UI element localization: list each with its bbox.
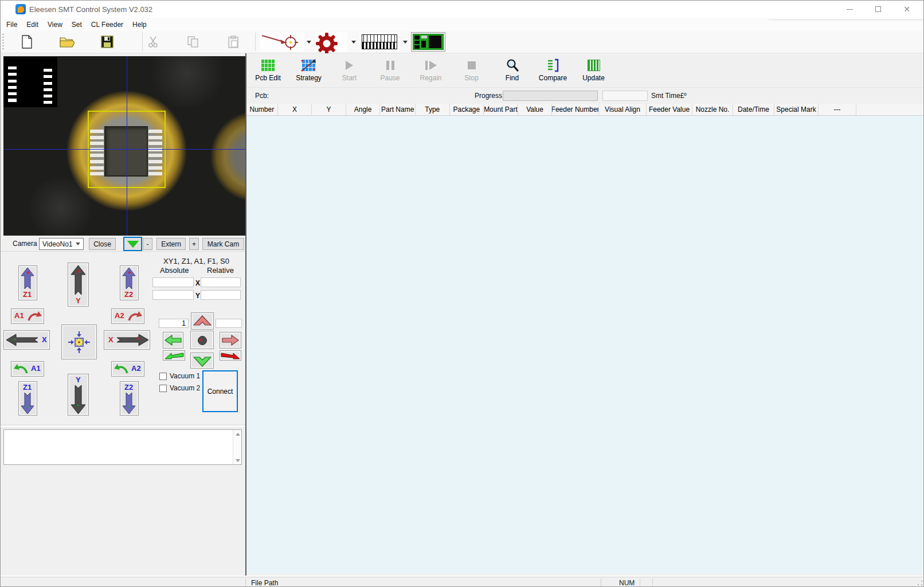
extern-button[interactable]: Extern (156, 238, 186, 250)
column-header-type[interactable]: Type (416, 104, 450, 115)
scroll-up-button[interactable] (233, 430, 242, 438)
column-header-angle[interactable]: Angle (346, 104, 381, 115)
open-file-button[interactable] (57, 33, 77, 51)
zoom-out-button[interactable]: - (143, 238, 152, 250)
log-listbox[interactable] (3, 429, 242, 465)
aux-input[interactable] (216, 319, 242, 328)
column-header-mount-part[interactable]: Mount Part (484, 104, 518, 115)
move-down-button[interactable] (190, 353, 214, 369)
vacuum1-checkbox[interactable] (159, 373, 167, 380)
column-header-special-mark[interactable]: Special Mark (774, 104, 819, 115)
settings-tool-button[interactable] (315, 32, 347, 52)
move-up-button[interactable] (191, 312, 214, 330)
vacuum2-checkbox-row[interactable]: Vacuum 2 (159, 384, 200, 392)
listbox-scrollbar[interactable] (233, 430, 241, 464)
horizontal-splitter[interactable] (1, 425, 245, 428)
camera-close-button[interactable]: Close (89, 238, 116, 250)
feeder-tool-dropdown[interactable] (401, 33, 409, 51)
jog-x-plus-button[interactable]: X + (104, 330, 150, 350)
jog-y-down-button[interactable]: Y - (68, 374, 89, 416)
jog-y-up-button[interactable]: + Y (68, 263, 89, 307)
vacuum1-checkbox-row[interactable]: Vacuum 1 (159, 372, 200, 380)
maximize-button[interactable] (865, 1, 891, 18)
camera-view[interactable] (3, 56, 245, 237)
pcb-status-row: Pcb: Progress Smt Time£º (246, 88, 924, 104)
move-right-fast-button[interactable] (220, 350, 241, 361)
regain-button[interactable]: Regain (410, 56, 451, 87)
mark-cam-button[interactable]: Mark Cam (202, 238, 244, 250)
absolute-x-input[interactable] (152, 277, 194, 287)
find-button[interactable]: Find (492, 56, 533, 87)
column-header-x[interactable]: X (278, 104, 312, 115)
paste-button[interactable] (223, 33, 244, 51)
feeder-tool-button[interactable] (359, 32, 400, 52)
toolbar-gripper[interactable] (2, 34, 4, 50)
column-header-y[interactable]: Y (312, 104, 346, 115)
menu-cl-feeder[interactable]: CL Feeder (87, 18, 128, 31)
column-header-visual-align[interactable]: Visual Align (599, 104, 647, 115)
mark-locate-tool-button[interactable] (260, 32, 304, 52)
absolute-y-input[interactable] (152, 290, 194, 300)
column-header-number[interactable]: Number (246, 104, 278, 115)
find-icon (506, 57, 519, 73)
column-header-feeder-number[interactable]: Feeder Number (552, 104, 598, 115)
column-header--[interactable]: --- (819, 104, 856, 115)
column-header-package[interactable]: Package (450, 104, 484, 115)
menu-view[interactable]: View (43, 18, 67, 31)
jog-home-button[interactable] (61, 324, 97, 359)
menu-file[interactable]: File (2, 18, 22, 31)
copy-button[interactable] (183, 33, 203, 51)
pcb-tool-button[interactable] (411, 32, 445, 52)
stop-point-button[interactable] (190, 331, 214, 349)
pause-button[interactable]: Pause (370, 56, 410, 87)
move-right-button[interactable] (220, 332, 241, 349)
strategy-button[interactable]: Strategy (288, 56, 329, 87)
save-button[interactable] (97, 33, 118, 51)
new-file-button[interactable] (17, 33, 37, 51)
menu-help[interactable]: Help (128, 18, 151, 31)
mark-tool-dropdown[interactable] (305, 33, 313, 51)
scroll-down-button[interactable] (233, 456, 242, 464)
start-button[interactable]: Start (329, 56, 370, 87)
move-left-fast-button[interactable] (163, 350, 185, 361)
table-body[interactable] (246, 116, 924, 574)
jog-a1-cw-button[interactable]: A1 (11, 308, 44, 324)
zoom-in-button[interactable]: + (189, 238, 199, 250)
relative-y-input[interactable] (201, 290, 241, 300)
jog-x-minus-button[interactable]: - X (3, 330, 50, 350)
column-header-value[interactable]: Value (518, 104, 553, 115)
column-header-nozzle-no-[interactable]: Nozzle No. (692, 104, 734, 115)
pcb-edit-button[interactable]: Pcb Edit (248, 56, 288, 87)
column-header-part-name[interactable]: Part Name (380, 104, 416, 115)
camera-down-button[interactable] (123, 237, 142, 251)
jog-z1-up-button[interactable]: + Z1 (18, 265, 37, 300)
vacuum2-checkbox[interactable] (159, 385, 167, 392)
close-button[interactable]: ✕ (894, 1, 920, 18)
connect-button[interactable]: Connect (202, 370, 238, 412)
jog-a1-ccw-button[interactable]: A1 (11, 361, 44, 377)
jog-z1-down-button[interactable]: Z1 - (18, 381, 37, 416)
column-header-blank[interactable] (856, 104, 924, 115)
menu-set[interactable]: Set (67, 18, 87, 31)
cut-button[interactable] (143, 33, 163, 51)
gear-icon (315, 32, 338, 55)
stop-button[interactable]: Stop (451, 56, 492, 87)
update-button[interactable]: Update (573, 56, 614, 87)
jog-z2-down-button[interactable]: Z2 - (120, 381, 139, 416)
jog-a2-ccw-button[interactable]: A2 (111, 361, 144, 377)
column-header-date-time[interactable]: Date/Time (733, 104, 774, 115)
relative-x-input[interactable] (201, 277, 241, 287)
menu-edit[interactable]: Edit (22, 18, 43, 31)
move-left-button[interactable] (163, 332, 183, 349)
minimize-button[interactable] (836, 1, 863, 18)
jog-z2-up-button[interactable]: + Z2 (120, 265, 139, 300)
column-header-feeder-value[interactable]: Feeder Value (647, 104, 692, 115)
axis-status-line: XY1, Z1, A1, F1, S0 (151, 257, 241, 265)
toolbar-separator-2 (255, 33, 256, 51)
camera-select[interactable]: VideoNo1 (39, 238, 84, 250)
settings-tool-dropdown[interactable] (350, 33, 358, 51)
compare-button[interactable]: Compare (533, 56, 573, 87)
step-input[interactable] (159, 319, 189, 328)
jog-a2-cw-button[interactable]: A2 (111, 308, 144, 324)
resize-grip[interactable] (917, 580, 923, 586)
